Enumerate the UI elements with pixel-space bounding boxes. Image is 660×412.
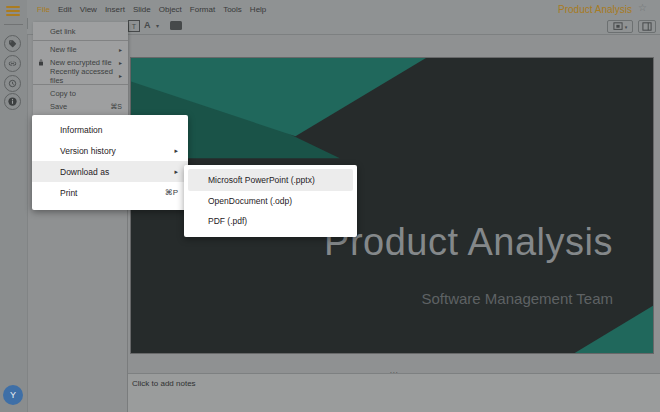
menu-item-download-pptx[interactable]: Microsoft PowerPoint (.pptx) bbox=[188, 169, 353, 191]
menu-item-get-link[interactable]: Get link bbox=[33, 25, 128, 38]
link-icon[interactable] bbox=[4, 55, 21, 72]
submenu-arrow-icon: ▸ bbox=[119, 46, 122, 53]
menu-file[interactable]: File bbox=[37, 5, 50, 14]
menu-separator bbox=[33, 40, 128, 41]
menu-item-print[interactable]: Print ⌘P bbox=[32, 182, 188, 203]
menu-view[interactable]: View bbox=[80, 5, 97, 14]
submenu-arrow-icon: ▸ bbox=[119, 59, 122, 66]
menu-format[interactable]: Format bbox=[190, 5, 215, 14]
submenu-arrow-icon: ▸ bbox=[174, 168, 178, 176]
menu-item-download-pdf[interactable]: PDF (.pdf) bbox=[184, 211, 357, 231]
menu-help[interactable]: Help bbox=[250, 5, 266, 14]
star-favorite-icon[interactable]: ☆ bbox=[638, 3, 647, 13]
menu-item-copy-to[interactable]: Copy to bbox=[33, 87, 128, 100]
user-avatar[interactable]: Y bbox=[3, 385, 23, 405]
file-dropdown-menu: Get link New file ▸ New encrypted file ▸… bbox=[33, 22, 128, 115]
notes-placeholder[interactable]: Click to add notes bbox=[132, 379, 196, 388]
menu-slide[interactable]: Slide bbox=[133, 5, 151, 14]
presentation-editor: { "app": { "menu_bar": ["File", "Edit", … bbox=[0, 0, 660, 412]
submenu-arrow-icon: ▸ bbox=[119, 72, 122, 79]
menu-insert[interactable]: Insert bbox=[105, 5, 125, 14]
menu-item-new-file[interactable]: New file ▸ bbox=[33, 43, 128, 56]
download-as-submenu: Microsoft PowerPoint (.pptx) OpenDocumen… bbox=[184, 165, 357, 237]
font-color-icon[interactable]: A bbox=[144, 20, 151, 30]
speaker-notes-panel[interactable]: ⋯ Click to add notes bbox=[128, 373, 660, 412]
insert-image-icon[interactable] bbox=[170, 21, 182, 30]
menu-tools[interactable]: Tools bbox=[223, 5, 242, 14]
shortcut-label: ⌘S bbox=[110, 103, 122, 111]
toggle-panel-button[interactable] bbox=[638, 20, 656, 33]
menu-item-save[interactable]: Save ⌘S bbox=[33, 100, 128, 113]
insert-textbox-icon[interactable]: T bbox=[128, 20, 140, 32]
shortcut-label: ⌘P bbox=[165, 188, 178, 197]
history-clock-icon[interactable] bbox=[4, 75, 21, 92]
slide-subtitle[interactable]: Software Management Team bbox=[422, 290, 614, 307]
menu-item-recently-accessed[interactable]: Recently accessed files ▸ bbox=[33, 69, 128, 82]
menu-item-download-as[interactable]: Download as ▸ bbox=[32, 161, 188, 182]
slide-title[interactable]: Product Analysis bbox=[324, 221, 613, 264]
document-title[interactable]: Product Analysis bbox=[558, 4, 632, 15]
menu-edit[interactable]: Edit bbox=[58, 5, 72, 14]
font-color-caret-icon[interactable]: ▾ bbox=[156, 22, 159, 29]
toolbar-separator bbox=[27, 18, 28, 29]
left-sidebar: Y bbox=[0, 0, 28, 412]
sidebar-divider bbox=[4, 24, 23, 25]
tag-icon[interactable] bbox=[4, 35, 21, 52]
present-caret-icon[interactable]: ▾ bbox=[625, 24, 628, 30]
submenu-arrow-icon: ▸ bbox=[174, 147, 178, 155]
notes-resize-handle-icon[interactable]: ⋯ bbox=[390, 368, 399, 377]
start-presentation-button[interactable]: ▾ bbox=[607, 20, 633, 33]
menu-item-version-history[interactable]: Version history ▸ bbox=[32, 140, 188, 161]
file-menu-spotlight-panel: Information Version history ▸ Download a… bbox=[32, 115, 188, 210]
menu-item-download-odp[interactable]: OpenDocument (.odp) bbox=[184, 191, 357, 211]
lock-icon bbox=[38, 59, 44, 66]
info-icon[interactable] bbox=[4, 93, 21, 110]
hamburger-menu-icon[interactable] bbox=[6, 6, 20, 16]
menu-item-information[interactable]: Information bbox=[32, 119, 188, 140]
menu-object[interactable]: Object bbox=[159, 5, 182, 14]
